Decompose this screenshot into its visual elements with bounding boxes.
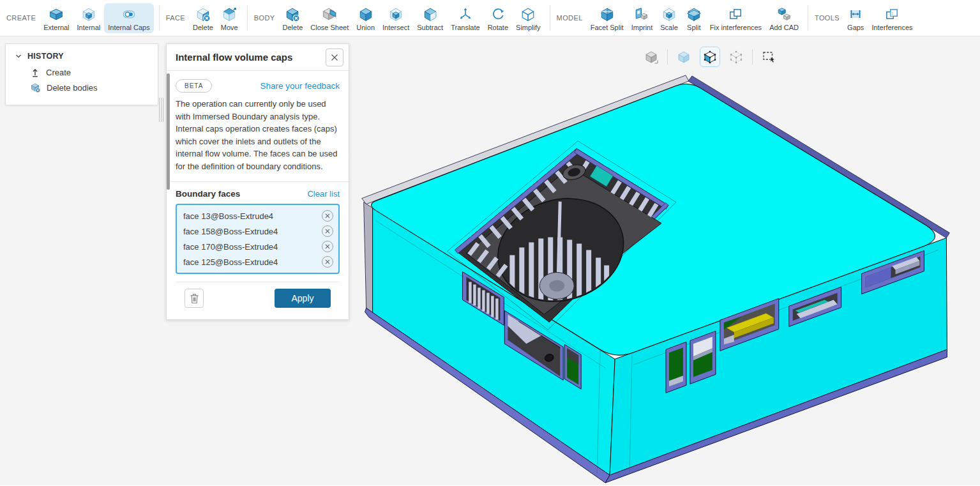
select-body-button[interactable] [641, 47, 661, 67]
select-body-icon [644, 49, 659, 65]
split-icon [686, 6, 702, 22]
feedback-link[interactable]: Share your feedback [260, 81, 340, 91]
toolbar-group-create: CREATE External Internal Internal Caps [5, 0, 154, 36]
cad-model[interactable] [362, 75, 950, 483]
toolbar-button-union[interactable]: Union [352, 3, 379, 33]
facet-split-icon [599, 6, 615, 22]
toolbar-button-label: Scale [660, 24, 678, 31]
toolbar-button-add-cad[interactable]: Add CAD [765, 3, 803, 33]
body-delete-icon [284, 6, 301, 22]
select-face-icon [676, 49, 691, 65]
toolbar-button-translate[interactable]: Translate [447, 3, 483, 33]
remove-face-button[interactable] [322, 256, 333, 268]
toolbar-button-label: Intersect [382, 24, 409, 31]
group-label-body: BODY [254, 14, 275, 22]
face-label: face 13@Boss-Extrude4 [182, 211, 273, 221]
dialog-title: Internal flow volume caps [176, 52, 292, 63]
toolbar-button-subtract[interactable]: Subtract [413, 3, 447, 33]
toolbar-button-label: Facet Split [591, 24, 624, 31]
x-icon [325, 229, 330, 234]
rotate-icon [490, 6, 506, 22]
apply-button[interactable]: Apply [275, 289, 331, 308]
group-label-tools: TOOLS [815, 14, 840, 22]
cube-internal-icon [80, 6, 97, 22]
toolbar-button-interferences[interactable]: Interferences [868, 3, 916, 33]
face-list-item[interactable]: face 158@Boss-Extrude4 [182, 224, 333, 239]
toolbar-group-face: FACE Delete Move [165, 0, 242, 36]
toolbar-button-scale[interactable]: Scale [656, 3, 682, 33]
box-select-button[interactable] [758, 47, 779, 67]
history-item-delete-bodies[interactable]: Delete bodies [6, 80, 158, 96]
face-list-item[interactable]: face 170@Boss-Extrude4 [182, 239, 333, 254]
toolbar-button-simplify[interactable]: Simplify [512, 3, 545, 33]
toolbar-group-body: BODY Delete Close Sheet Union [253, 0, 545, 36]
group-label-create: CREATE [6, 14, 36, 22]
toolbar-button-imprint[interactable]: Imprint [628, 3, 657, 33]
select-volume-button[interactable] [700, 47, 720, 67]
toolbar-divider [550, 5, 550, 31]
toolbar-button-face-delete[interactable]: Delete [189, 3, 217, 33]
toolbar-button-external[interactable]: External [40, 3, 73, 33]
toolbar-button-internal-caps[interactable]: Internal Caps [104, 3, 153, 33]
dialog-body: BETA Share your feedback The operation c… [167, 71, 349, 308]
toolbar-button-label: Move [221, 24, 238, 31]
toolbar-button-label: Internal [77, 24, 101, 31]
close-dialog-button[interactable] [326, 49, 343, 66]
remove-face-button[interactable] [322, 241, 333, 252]
workspace: HISTORY Create Delete bodies Internal fl… [0, 36, 980, 485]
3d-viewport-canvas[interactable] [350, 36, 980, 485]
upload-icon [30, 67, 40, 77]
history-item-create[interactable]: Create [6, 65, 158, 80]
toolbar-button-label: Translate [451, 24, 479, 31]
x-icon [325, 259, 330, 264]
toolbar-button-close-sheet[interactable]: Close Sheet [306, 3, 352, 33]
cube-external-icon [48, 6, 64, 22]
toolbar-button-rotate[interactable]: Rotate [484, 3, 512, 33]
dialog-scrollbar[interactable] [167, 73, 170, 190]
history-header[interactable]: HISTORY [6, 44, 158, 65]
toolbar-button-body-delete[interactable]: Delete [279, 3, 307, 33]
toolbar-button-gaps[interactable]: Gaps [843, 3, 868, 33]
face-list-item[interactable]: face 125@Boss-Extrude4 [182, 254, 333, 270]
toolbar-button-fix-interferences[interactable]: Fix interferences [706, 3, 765, 33]
toolbar-button-face-move[interactable]: Move [217, 3, 242, 33]
internal-caps-dialog: Internal flow volume caps BETA Share you… [166, 43, 349, 320]
toolbar-group-tools: TOOLS Gaps Interferences [813, 0, 917, 36]
face-label: face 125@Boss-Extrude4 [182, 257, 278, 267]
toolbar-button-label: Internal Caps [108, 24, 149, 31]
dialog-footer: Apply [176, 282, 340, 308]
toolbar-button-internal[interactable]: Internal [73, 3, 105, 33]
main-toolbar: CREATE External Internal Internal Caps [0, 0, 980, 36]
gaps-icon [847, 6, 864, 22]
clear-list-link[interactable]: Clear list [307, 189, 340, 199]
toolbar-button-label: Gaps [847, 24, 864, 31]
remove-face-button[interactable] [322, 225, 333, 237]
toolbar-button-split[interactable]: Split [682, 3, 706, 33]
scale-icon [661, 6, 677, 22]
history-item-label: Create [46, 68, 71, 77]
toolbar-button-label: Split [687, 24, 700, 31]
toolbar-button-label: Delete [283, 24, 303, 31]
toolbar-button-intersect[interactable]: Intersect [379, 3, 413, 33]
delete-operation-button[interactable] [185, 289, 204, 308]
toolbar-button-label: Simplify [516, 24, 541, 31]
toolbar-button-label: Close Sheet [310, 24, 349, 31]
select-volume-icon [702, 49, 718, 65]
panel-resize-handle[interactable] [159, 98, 164, 122]
toolbar-divider [752, 49, 753, 65]
select-face-button[interactable] [674, 47, 694, 67]
dialog-description: The operation can currently only be used… [176, 98, 340, 172]
toolbar-button-label: Subtract [417, 24, 443, 31]
boundary-faces-list[interactable]: face 13@Boss-Extrude4 face 158@Boss-Extr… [176, 204, 340, 274]
select-vertex-button[interactable] [726, 47, 746, 67]
simplify-icon [520, 6, 536, 22]
remove-face-button[interactable] [322, 210, 333, 222]
face-label: face 170@Boss-Extrude4 [182, 242, 278, 252]
x-icon [325, 213, 330, 218]
face-list-item[interactable]: face 13@Boss-Extrude4 [182, 208, 333, 224]
app-window: CREATE External Internal Internal Caps [0, 0, 980, 486]
case-left-corner-wall[interactable] [364, 202, 373, 313]
history-panel: HISTORY Create Delete bodies [5, 43, 158, 105]
toolbar-button-facet-split[interactable]: Facet Split [587, 3, 628, 33]
face-label: face 158@Boss-Extrude4 [182, 227, 278, 236]
